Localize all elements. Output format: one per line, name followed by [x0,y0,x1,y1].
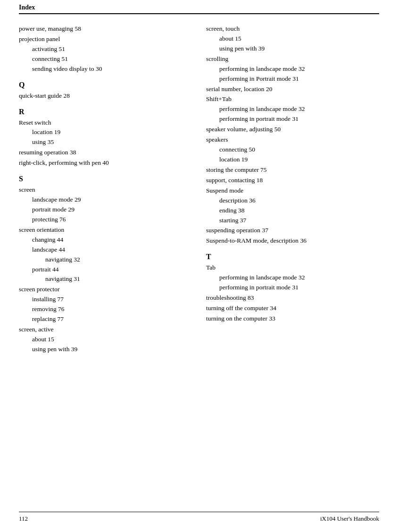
page-header: Index [19,0,379,14]
index-entry: performing in portrait mode 31 [206,283,379,293]
index-entry: protecting 76 [19,215,192,225]
index-entry: about 15 [206,34,379,44]
index-entry: screen, active [19,325,192,335]
index-entry: portrait mode 29 [19,205,192,215]
index-entry: Tab [206,263,379,273]
section-letter: R [19,108,192,116]
right-column: screen, touchabout 15using pen with 39sc… [201,24,379,355]
index-entry: landscape mode 29 [19,195,192,205]
index-entry: activating 51 [19,44,192,54]
index-entry: screen protector [19,285,192,295]
index-entry: Reset switch [19,118,192,128]
index-entry: suspending operation 37 [206,226,379,236]
index-entry: power use, managing 58 [19,24,192,34]
index-entry: changing 44 [19,235,192,245]
section-letter: S [19,175,192,183]
index-entry: support, contacting 18 [206,176,379,186]
book-title: iX104 User's Handbook [320,515,379,523]
index-entry: description 36 [206,196,379,206]
index-entry: turning off the computer 34 [206,304,379,313]
index-entry: removing 76 [19,304,192,314]
page-number: 112 [19,515,28,523]
index-entry: location 19 [206,155,379,165]
index-entry: navigating 32 [19,255,192,265]
index-entry: screen [19,185,192,195]
index-content: power use, managing 58projection panelac… [19,24,379,355]
index-entry: quick-start guide 28 [19,91,192,101]
index-entry: screen, touch [206,24,379,34]
index-entry: performing in landscape mode 32 [206,64,379,74]
index-entry: performing in portrait mode 31 [206,114,379,124]
index-entry: performing in landscape mode 32 [206,273,379,283]
index-entry: ending 38 [206,206,379,216]
index-entry: using 35 [19,137,192,147]
index-entry: Suspend mode [206,186,379,196]
header-title: Index [19,4,35,11]
index-entry: connecting 50 [206,145,379,155]
index-entry: troubleshooting 83 [206,293,379,303]
page-footer: 112 iX104 User's Handbook [19,512,379,523]
index-entry: resuming operation 38 [19,148,192,158]
index-entry: location 19 [19,127,192,137]
index-entry: about 15 [19,335,192,345]
index-entry: scrolling [206,54,379,64]
index-entry: landscape 44 [19,245,192,255]
left-column: power use, managing 58projection panelac… [19,24,201,355]
index-entry: Suspend-to-RAM mode, description 36 [206,236,379,246]
section-letter: T [206,253,379,261]
index-entry: performing in landscape mode 32 [206,104,379,114]
index-entry: using pen with 39 [19,345,192,355]
index-entry: using pen with 39 [206,44,379,54]
index-entry: speaker volume, adjusting 50 [206,125,379,135]
page: Index power use, managing 58projection p… [0,0,398,532]
index-entry: projection panel [19,34,192,44]
index-entry: Shift+Tab [206,94,379,104]
index-entry: storing the computer 75 [206,165,379,175]
index-entry: navigating 31 [19,274,192,284]
index-entry: right-click, performing with pen 40 [19,158,192,168]
index-entry: starting 37 [206,216,379,226]
index-entry: turning on the computer 33 [206,314,379,324]
index-entry: serial number, location 20 [206,84,379,94]
index-entry: connecting 51 [19,54,192,64]
index-entry: sending video display to 30 [19,64,192,74]
index-entry: screen orientation [19,225,192,235]
index-entry: replacing 77 [19,314,192,324]
index-entry: installing 77 [19,295,192,304]
index-entry: performing in Portrait mode 31 [206,74,379,84]
index-entry: speakers [206,135,379,145]
section-letter: Q [19,81,192,89]
index-entry: portrait 44 [19,265,192,275]
